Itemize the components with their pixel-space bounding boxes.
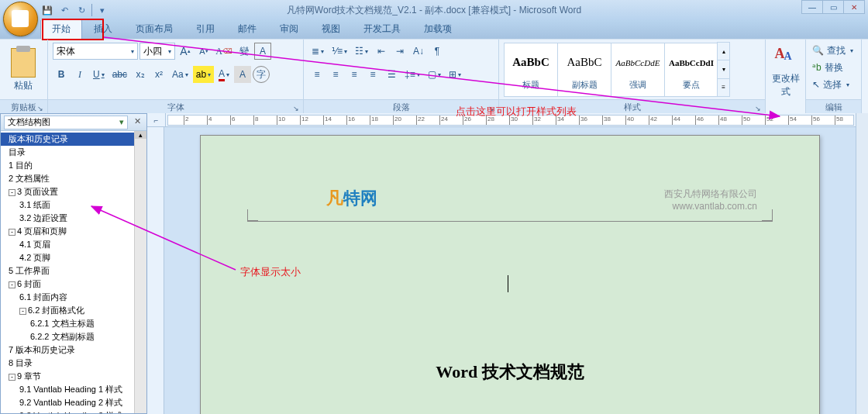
office-button[interactable]: [3, 2, 38, 36]
align-left-button[interactable]: ≡: [308, 66, 326, 83]
clipboard-launcher-icon[interactable]: ↘: [35, 102, 46, 112]
line-spacing-button[interactable]: ‡≡▾: [401, 66, 423, 83]
tab-devtools[interactable]: 开发工具: [352, 19, 412, 39]
nav-header: 文档结构图▾ ✕: [1, 114, 146, 131]
maximize-button[interactable]: ▭: [822, 0, 844, 14]
shading-button[interactable]: ▢▾: [425, 66, 444, 83]
font-color-button[interactable]: A▾: [215, 66, 232, 83]
nav-item[interactable]: 1 目的: [1, 159, 146, 172]
tab-insert[interactable]: 插入: [82, 19, 124, 39]
tab-view[interactable]: 视图: [310, 19, 352, 39]
tab-home[interactable]: 开始: [40, 19, 82, 39]
sort-button[interactable]: A↓: [410, 43, 427, 60]
align-dist-button[interactable]: ☰: [383, 66, 400, 83]
para-launcher-icon[interactable]: ↘: [486, 102, 497, 112]
qat-dropdown-icon[interactable]: ▾: [95, 3, 109, 17]
show-marks-button[interactable]: ¶: [429, 43, 446, 60]
nav-close-button[interactable]: ✕: [131, 116, 143, 129]
enclose-char-button[interactable]: 字: [253, 66, 270, 83]
tab-mail[interactable]: 邮件: [226, 19, 268, 39]
style-item-emphasis[interactable]: AaBbCcDdE强调: [611, 43, 665, 97]
tab-addins[interactable]: 加载项: [412, 19, 463, 39]
char-border-button[interactable]: A: [254, 43, 271, 60]
nav-item[interactable]: 7 版本和历史记录: [1, 343, 146, 357]
minimize-button[interactable]: —: [801, 0, 823, 14]
nav-item[interactable]: 9.3 Vantlab Heading 3 样式: [1, 409, 146, 413]
nav-item[interactable]: 4.1 页眉: [1, 238, 146, 251]
nav-scrollbar[interactable]: [134, 131, 146, 413]
subscript-button[interactable]: x₂: [132, 66, 149, 83]
styles-scroll: ▴ ▾ ≡: [718, 43, 730, 97]
styles-scroll-up[interactable]: ▴: [717, 42, 730, 60]
nav-item[interactable]: -6 封面: [1, 278, 146, 291]
styles-launcher-icon[interactable]: ↘: [753, 102, 763, 112]
style-item-title[interactable]: AaBbC标题: [504, 43, 558, 97]
vertical-scrollbar[interactable]: [856, 113, 868, 414]
clear-format-button[interactable]: A⌫: [214, 43, 234, 60]
change-styles-button[interactable]: 更改样式: [770, 43, 801, 98]
nav-item[interactable]: -9 章节: [1, 370, 146, 383]
bold-button[interactable]: B: [53, 66, 70, 83]
style-item-subtitle[interactable]: AaBbC副标题: [557, 43, 611, 97]
redo-icon[interactable]: ↻: [74, 3, 88, 17]
document-viewport[interactable]: 凡特网 西安凡特网络有限公司www.vantlab.com.cn Word 技术…: [147, 127, 856, 414]
shrink-font-button[interactable]: A▾: [195, 43, 212, 60]
superscript-button[interactable]: x²: [150, 66, 167, 83]
align-right-button[interactable]: ≡: [346, 66, 363, 83]
replace-button[interactable]: ᵃb替换: [811, 60, 845, 75]
change-case-button[interactable]: Aa▾: [169, 66, 191, 83]
grow-font-button[interactable]: A▴: [177, 43, 194, 60]
nav-item[interactable]: 6.2.2 文档副标题: [1, 330, 146, 343]
undo-icon[interactable]: ↶: [57, 3, 71, 17]
nav-item[interactable]: 3.1 纸面: [1, 198, 146, 212]
find-button[interactable]: 🔍查找▾: [811, 43, 855, 58]
tab-pagelayout[interactable]: 页面布局: [124, 19, 184, 39]
save-icon[interactable]: 💾: [40, 3, 54, 17]
ruler-scale[interactable]: 2468101214161820222426283032343638404244…: [167, 115, 854, 126]
font-launcher-icon[interactable]: ↘: [291, 102, 301, 112]
multilevel-button[interactable]: ☷▾: [352, 43, 371, 60]
nav-item[interactable]: 9.1 Vantlab Heading 1 样式: [1, 383, 146, 396]
indent-dec-button[interactable]: ⇤: [373, 43, 390, 60]
italic-button[interactable]: I: [71, 66, 88, 83]
nav-item[interactable]: -4 页眉和页脚: [1, 225, 146, 238]
styles-expand-button[interactable]: ≡: [717, 78, 730, 97]
nav-item[interactable]: -6.2 封面格式化: [1, 304, 146, 317]
align-justify-button[interactable]: ≡: [364, 66, 381, 83]
tab-review[interactable]: 审阅: [268, 19, 310, 39]
nav-tree[interactable]: 版本和历史记录目录1 目的2 文档属性-3 页面设置3.1 纸面3.2 边距设置…: [1, 131, 146, 413]
nav-item[interactable]: 3.2 边距设置: [1, 212, 146, 225]
bullets-button[interactable]: ≣▾: [308, 43, 327, 60]
styles-scroll-down[interactable]: ▾: [717, 60, 730, 78]
phonetic-button[interactable]: 變: [236, 43, 253, 60]
horizontal-ruler[interactable]: ⌐ 24681012141618202224262830323436384042…: [147, 113, 856, 127]
style-item-strong[interactable]: AaBbCcDdI要点: [664, 43, 718, 97]
nav-item[interactable]: 9.2 Vantlab Heading 2 样式: [1, 396, 146, 409]
font-name-dropdown[interactable]: 宋体▾: [53, 43, 138, 60]
align-center-button[interactable]: ≡: [327, 66, 344, 83]
tab-references[interactable]: 引用: [184, 19, 226, 39]
select-button[interactable]: ↖选择▾: [811, 77, 851, 92]
nav-item[interactable]: 8 目录: [1, 357, 146, 370]
nav-item[interactable]: 目录: [1, 146, 146, 159]
highlight-button[interactable]: ab▾: [193, 66, 214, 83]
close-button[interactable]: ✕: [843, 0, 865, 14]
page[interactable]: 凡特网 西安凡特网络有限公司www.vantlab.com.cn Word 技术…: [200, 135, 820, 414]
nav-view-dropdown[interactable]: 文档结构图▾: [4, 116, 128, 129]
nav-item[interactable]: 6.2.1 文档主标题: [1, 317, 146, 330]
nav-item[interactable]: 2 文档属性: [1, 172, 146, 185]
strike-button[interactable]: abc: [109, 66, 130, 83]
numbering-button[interactable]: ⅟≡▾: [329, 43, 350, 60]
ruler-tick: 6: [230, 116, 235, 125]
font-size-dropdown[interactable]: 小四▾: [140, 43, 175, 60]
nav-item[interactable]: 5 工作界面: [1, 264, 146, 278]
underline-button[interactable]: U▾: [90, 66, 108, 83]
nav-item[interactable]: 6.1 封面内容: [1, 291, 146, 304]
paste-button[interactable]: 粘贴: [5, 43, 42, 97]
borders-button[interactable]: ⊞▾: [446, 66, 464, 83]
nav-item[interactable]: 4.2 页脚: [1, 251, 146, 264]
char-shading-button[interactable]: A: [234, 66, 251, 83]
nav-item[interactable]: -3 页面设置: [1, 185, 146, 198]
indent-inc-button[interactable]: ⇥: [391, 43, 408, 60]
nav-item[interactable]: 版本和历史记录: [1, 133, 146, 146]
